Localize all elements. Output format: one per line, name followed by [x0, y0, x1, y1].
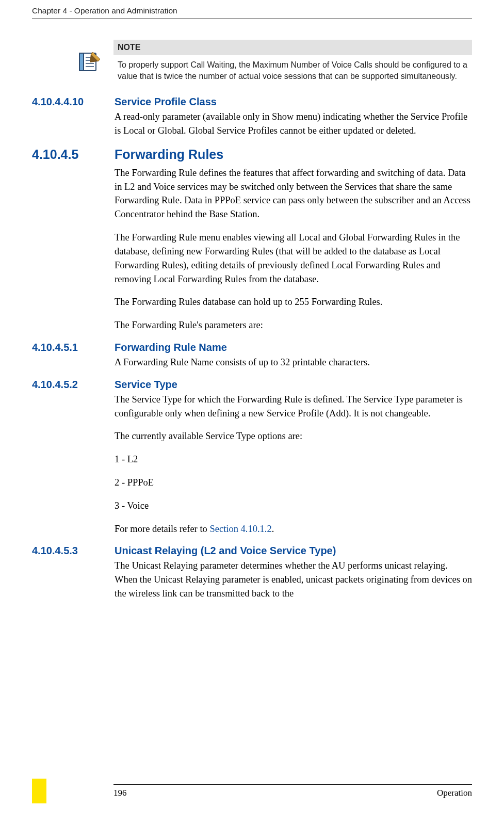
option-item: 2 - PPPoE — [115, 476, 472, 490]
section-heading-forwarding-rule-name: 4.10.4.5.1 Forwarding Rule Name — [32, 342, 472, 353]
text-fragment: For more details refer to — [115, 524, 209, 534]
note-icon-cell — [77, 40, 113, 76]
paragraph: The Unicast Relaying parameter determine… — [115, 559, 472, 600]
section-heading-forwarding-rules: 4.10.4.5 Forwarding Rules — [32, 147, 472, 162]
note-text: To properly support Call Waiting, the Ma… — [113, 55, 472, 85]
section-number: 4.10.4.5.1 — [32, 342, 115, 353]
section-title: Forwarding Rule Name — [115, 342, 227, 353]
paragraph: The currently available Service Type opt… — [115, 429, 472, 443]
section-title: Unicast Relaying (L2 and Voice Service T… — [115, 545, 336, 557]
note-block: NOTE To properly support Call Waiting, t… — [77, 40, 472, 85]
section-heading-unicast-relaying: 4.10.4.5.3 Unicast Relaying (L2 and Voic… — [32, 545, 472, 557]
section-heading-service-type: 4.10.4.5.2 Service Type — [32, 379, 472, 391]
svg-rect-1 — [79, 53, 84, 71]
paragraph: A read-only parameter (available only in… — [115, 110, 472, 138]
section-number: 4.10.4.5.3 — [32, 545, 115, 557]
paragraph: A Forwarding Rule Name consists of up to… — [115, 356, 472, 369]
note-title: NOTE — [113, 40, 472, 55]
option-item: 3 - Voice — [115, 499, 472, 513]
text-fragment: . — [272, 524, 274, 534]
paragraph: The Forwarding Rule's parameters are: — [115, 318, 472, 332]
section-heading-service-profile-class: 4.10.4.4.10 Service Profile Class — [32, 96, 472, 108]
paragraph: The Service Type for which the Forwardin… — [115, 393, 472, 421]
section-title: Forwarding Rules — [115, 147, 223, 162]
page-number: 196 — [113, 788, 127, 798]
cross-reference-link[interactable]: Section 4.10.1.2 — [209, 524, 271, 534]
footer-label: Operation — [437, 788, 472, 798]
paragraph: The Forwarding Rule menu enables viewing… — [115, 231, 472, 286]
paragraph: The Forwarding Rule defines the features… — [115, 166, 472, 221]
section-title: Service Type — [115, 379, 177, 391]
yellow-strip-icon — [32, 779, 46, 803]
section-number: 4.10.4.5.2 — [32, 379, 115, 391]
paragraph: The Forwarding Rules database can hold u… — [115, 295, 472, 309]
paragraph: For more details refer to Section 4.10.1… — [115, 522, 472, 536]
section-number: 4.10.4.4.10 — [32, 96, 115, 108]
running-header: Chapter 4 - Operation and Administration — [32, 0, 472, 19]
section-number: 4.10.4.5 — [32, 147, 115, 162]
section-title: Service Profile Class — [115, 96, 217, 108]
footer-rule — [113, 784, 472, 785]
note-icon — [77, 50, 101, 74]
option-item: 1 - L2 — [115, 453, 472, 466]
page-footer: 196 Operation — [0, 784, 504, 798]
page-content: NOTE To properly support Call Waiting, t… — [32, 40, 472, 601]
